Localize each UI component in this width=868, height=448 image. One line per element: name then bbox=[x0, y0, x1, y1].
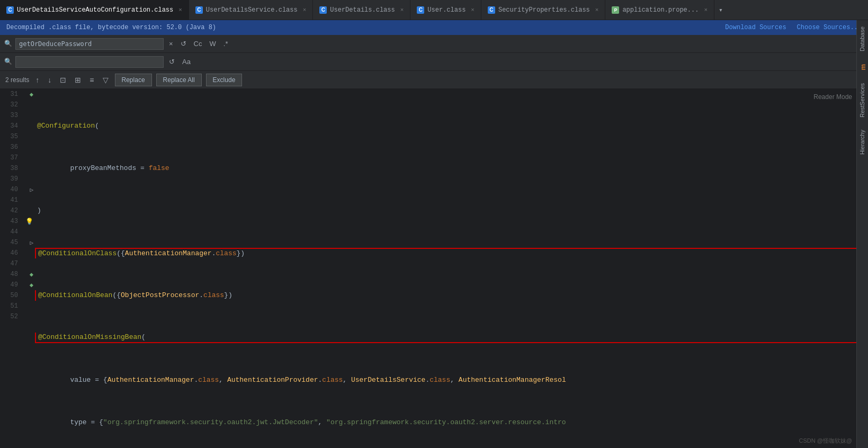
code-content: @Configuration( proxyBeanMethods = false… bbox=[35, 89, 863, 448]
bean-gutter-icon: ◆ bbox=[30, 91, 33, 98]
exclude-button[interactable]: Exclude bbox=[206, 74, 243, 86]
watermark: CSDN @怪咖软妹@ bbox=[799, 437, 852, 445]
replace-case-button[interactable]: Aa bbox=[180, 57, 193, 67]
tab-close-icon[interactable]: × bbox=[400, 7, 404, 13]
code-line-37: value = {AuthenticationManager.class, Au… bbox=[35, 375, 863, 386]
nav-down-button[interactable]: ↓ bbox=[46, 75, 53, 85]
line-numbers: 31 32 33 34 35 36 37 38 39 40 41 42 43 4… bbox=[0, 89, 22, 448]
panel-rest[interactable]: RestServices bbox=[857, 77, 868, 124]
code-line-36: @ConditionalOnMissingBean( bbox=[35, 333, 863, 343]
tab-icon: C bbox=[195, 6, 203, 14]
warning-gutter-icon: 💡 bbox=[25, 218, 33, 226]
whole-word-button[interactable]: W bbox=[207, 39, 218, 49]
panel-m[interactable]: m bbox=[857, 58, 868, 77]
clear-search-button[interactable]: × bbox=[167, 39, 175, 49]
code-line-32: proxyBeanMethods = false bbox=[35, 163, 863, 174]
code-container: Reader Mode 31 32 33 34 35 36 37 38 39 4… bbox=[0, 89, 868, 448]
bean2-gutter-icon: ◆ bbox=[30, 271, 33, 279]
tab-close-icon[interactable]: × bbox=[303, 7, 307, 13]
tab-icon: C bbox=[417, 6, 424, 14]
tab-User[interactable]: C User.class × bbox=[410, 0, 481, 20]
download-sources-link[interactable]: Download Sources bbox=[725, 24, 786, 31]
reader-mode-button[interactable]: Reader Mode bbox=[813, 93, 852, 101]
code-line-33: ) bbox=[35, 205, 863, 216]
search-small-icon: 🔍 bbox=[4, 40, 12, 48]
case-sensitive-button[interactable]: Cc bbox=[192, 39, 204, 49]
replace-all-button[interactable]: Replace All bbox=[156, 74, 202, 86]
results-bar: 2 results ↑ ↓ ⊡ ⊞ ≡ ▽ Replace Replace Al… bbox=[0, 71, 868, 89]
replace-bar: 🔍 ↺ Aa bbox=[0, 53, 868, 71]
tab-SecurityProperties[interactable]: C SecurityProperties.class × bbox=[481, 0, 605, 20]
collapse-icon: ▷ bbox=[30, 186, 33, 193]
code-line-31: @Configuration( bbox=[35, 121, 863, 131]
nav-filter-button[interactable]: ≡ bbox=[87, 75, 96, 85]
code-line-35: @ConditionalOnBean({ObjectPostProcessor.… bbox=[35, 290, 863, 301]
tab-icon: C bbox=[319, 6, 327, 14]
regex-button[interactable]: .* bbox=[221, 39, 230, 49]
code-scroll[interactable]: 31 32 33 34 35 36 37 38 39 40 41 42 43 4… bbox=[0, 89, 868, 448]
nav-layout-button[interactable]: ⊡ bbox=[58, 75, 68, 85]
cycle-search-button[interactable]: ↺ bbox=[178, 39, 189, 49]
tab-icon: P bbox=[612, 6, 619, 14]
results-count: 2 results bbox=[5, 76, 29, 84]
tab-icon: C bbox=[6, 6, 14, 14]
tab-label: User.class bbox=[427, 6, 466, 14]
tab-bar: C UserDetailsServiceAutoConfiguration.cl… bbox=[0, 0, 868, 20]
line-gutter: ◆ ▷ 💡 ▷ ◆ ◆ bbox=[22, 89, 35, 448]
tab-UserDetailsService[interactable]: C UserDetailsService.class × bbox=[189, 0, 313, 20]
tab-close-icon[interactable]: × bbox=[595, 7, 599, 13]
search-bar: 🔍 × ↺ Cc W .* bbox=[0, 35, 868, 53]
nav-up-button[interactable]: ↑ bbox=[33, 75, 41, 85]
choose-sources-link[interactable]: Choose Sources... bbox=[797, 24, 862, 31]
method-gutter-icon: ▷ bbox=[30, 239, 33, 246]
right-panel: Database m RestServices Hierarchy bbox=[856, 20, 868, 448]
tab-close-icon[interactable]: × bbox=[471, 7, 475, 13]
tab-label: UserDetails.class bbox=[330, 6, 395, 14]
panel-hierarchy[interactable]: Hierarchy bbox=[857, 123, 868, 161]
tab-close-icon[interactable]: × bbox=[704, 7, 708, 13]
replace-input[interactable] bbox=[15, 56, 164, 68]
nav-pin-button[interactable]: ⊞ bbox=[73, 75, 83, 85]
tab-label: SecurityProperties.class bbox=[498, 6, 590, 14]
info-bar: Decompiled .class file, bytecode version… bbox=[0, 20, 868, 35]
tab-close-icon[interactable]: × bbox=[178, 7, 182, 13]
tab-more-button[interactable]: ▾ bbox=[714, 0, 727, 20]
panel-database[interactable]: Database bbox=[857, 20, 868, 58]
replace-icon: 🔍 bbox=[4, 58, 12, 66]
code-line-38: type = {"org.springframework.security.oa… bbox=[35, 417, 863, 428]
info-bar-text: Decompiled .class file, bytecode version… bbox=[6, 24, 216, 31]
bean3-gutter-icon: ◆ bbox=[30, 281, 33, 289]
search-input[interactable] bbox=[15, 38, 164, 50]
replace-cycle-button[interactable]: ↺ bbox=[167, 57, 177, 67]
tab-label: UserDetailsService.class bbox=[206, 6, 298, 14]
tab-UserDetailsServiceAutoConfiguration[interactable]: C UserDetailsServiceAutoConfiguration.cl… bbox=[0, 0, 189, 20]
tab-UserDetails[interactable]: C UserDetails.class × bbox=[313, 0, 410, 20]
filter-icon-button[interactable]: ▽ bbox=[101, 75, 111, 85]
tab-label: application.prope... bbox=[622, 6, 699, 14]
replace-button[interactable]: Replace bbox=[115, 74, 152, 86]
tab-label: UserDetailsServiceAutoConfiguration.clas… bbox=[17, 6, 173, 14]
tab-icon: C bbox=[488, 6, 495, 14]
tab-application[interactable]: P application.prope... × bbox=[605, 0, 714, 20]
info-bar-actions: Download Sources Choose Sources... bbox=[725, 24, 862, 31]
code-line-34: @ConditionalOnClass({AuthenticationManag… bbox=[35, 248, 863, 258]
